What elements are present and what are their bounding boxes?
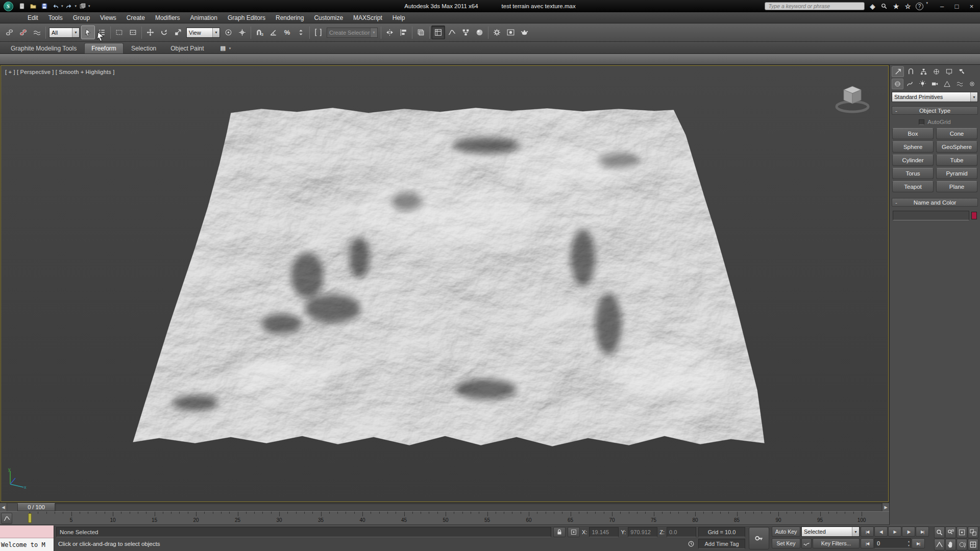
star-icon[interactable]: ☆ — [902, 1, 913, 11]
object-type-rollout[interactable]: - Object Type — [892, 106, 978, 115]
object-button-teapot[interactable]: Teapot — [892, 181, 934, 192]
macro-recorder-pane[interactable] — [0, 525, 54, 538]
frame-spinner[interactable]: ▲▼ — [908, 539, 910, 547]
space-warps-category[interactable] — [953, 79, 965, 89]
y-coord-field[interactable]: 970.912 — [628, 527, 657, 537]
zoom-all-icon[interactable] — [945, 527, 956, 538]
object-button-cylinder[interactable]: Cylinder — [892, 155, 934, 166]
object-button-geosphere[interactable]: GeoSphere — [936, 141, 977, 153]
undo-icon[interactable] — [50, 1, 61, 11]
named-selection-dropdown[interactable]: Create Selection Se▼ — [327, 28, 378, 38]
add-time-tag-field[interactable]: Add Time Tag — [698, 539, 745, 549]
select-object-icon[interactable] — [81, 26, 95, 39]
undo-dropdown-caret[interactable]: ▾ — [61, 4, 63, 8]
terrain-mesh[interactable] — [129, 105, 765, 449]
menu-views[interactable]: Views — [95, 12, 121, 23]
ribbon-tab-selection[interactable]: Selection — [125, 43, 163, 54]
align-icon[interactable] — [397, 26, 410, 39]
maximize-button[interactable]: □ — [949, 1, 964, 12]
object-button-sphere[interactable]: Sphere — [892, 141, 934, 153]
schematic-view-icon[interactable] — [459, 26, 473, 39]
view-cube[interactable] — [831, 78, 874, 121]
select-and-scale-icon[interactable] — [171, 26, 185, 39]
z-coord-field[interactable]: 0.0 — [667, 527, 696, 537]
spinner-snap-icon[interactable] — [294, 26, 308, 39]
key-filters-button[interactable]: Key Filters... — [813, 538, 860, 548]
open-mini-curve-editor-icon[interactable] — [1, 513, 12, 524]
helpers-category[interactable] — [941, 79, 953, 89]
help-icon[interactable]: ? — [914, 1, 924, 11]
object-button-plane[interactable]: Plane — [936, 181, 977, 192]
select-and-manipulate-icon[interactable] — [235, 26, 249, 39]
x-coord-field[interactable]: 19.145 — [589, 527, 619, 537]
menu-group[interactable]: Group — [68, 12, 95, 23]
favorites-icon[interactable]: ★ — [891, 1, 901, 11]
open-file-icon[interactable] — [28, 1, 38, 11]
menu-help[interactable]: Help — [387, 12, 410, 23]
pan-icon[interactable] — [945, 539, 956, 550]
menu-graph-editors[interactable]: Graph Editors — [223, 12, 271, 23]
object-button-box[interactable]: Box — [892, 128, 934, 139]
new-key-default-in-out-icon[interactable] — [801, 538, 812, 548]
ribbon-config-icon[interactable]: ▤ — [218, 43, 228, 54]
select-by-name-icon[interactable] — [95, 26, 109, 39]
systems-category[interactable] — [966, 79, 978, 89]
select-and-rotate-icon[interactable] — [157, 26, 171, 39]
set-keys-button[interactable] — [749, 527, 769, 549]
redo-dropdown-caret[interactable]: ▾ — [75, 4, 77, 8]
manage-scenes-icon[interactable] — [77, 1, 88, 11]
cameras-category[interactable] — [929, 79, 941, 89]
previous-key-button[interactable]: |◀ — [861, 538, 874, 548]
mirror-icon[interactable] — [383, 26, 397, 39]
zoom-extents-icon[interactable] — [957, 527, 967, 538]
rectangular-selection-region-icon[interactable] — [112, 26, 126, 39]
perspective-viewport[interactable]: [ + ] [ Perspective ] [ Smooth + Highlig… — [1, 65, 889, 502]
time-slider-prev-arrow[interactable]: ◀ — [0, 503, 7, 511]
viewport-label-menus[interactable]: [ + ] [ Perspective ] [ Smooth + Highlig… — [5, 69, 114, 75]
name-and-color-rollout[interactable]: - Name and Color — [892, 198, 978, 207]
select-and-link-icon[interactable] — [3, 26, 16, 39]
ribbon-tab-freeform[interactable]: Freeform — [84, 43, 124, 54]
absolute-offset-mode-icon[interactable] — [568, 527, 580, 537]
rendered-frame-window-icon[interactable] — [504, 26, 518, 39]
menu-edit[interactable]: Edit — [22, 12, 43, 23]
go-to-start-button[interactable]: |◀ — [861, 527, 874, 537]
new-scene-icon[interactable] — [16, 1, 27, 11]
unlink-selection-icon[interactable] — [16, 26, 30, 39]
help-dropdown-caret[interactable]: ▾ — [926, 1, 928, 11]
geometry-category[interactable] — [892, 79, 903, 89]
redo-icon[interactable] — [64, 1, 75, 11]
object-color-swatch[interactable] — [971, 212, 977, 219]
menu-tools[interactable]: Tools — [43, 12, 68, 23]
object-button-cone[interactable]: Cone — [936, 128, 977, 139]
render-setup-icon[interactable] — [490, 26, 504, 39]
menu-modifiers[interactable]: Modifiers — [150, 12, 185, 23]
ribbon-minimize-caret[interactable]: ▾ — [229, 46, 231, 51]
time-slider-next-arrow[interactable]: ▶ — [882, 503, 889, 511]
zoom-extents-all-icon[interactable] — [968, 527, 978, 538]
auto-key-button[interactable]: Auto Key — [772, 527, 800, 537]
minimize-button[interactable]: – — [935, 1, 949, 12]
create-tab[interactable] — [892, 66, 904, 77]
menu-rendering[interactable]: Rendering — [271, 12, 309, 23]
shapes-category[interactable] — [904, 79, 916, 89]
time-slider-track[interactable] — [55, 503, 882, 511]
menu-animation[interactable]: Animation — [185, 12, 223, 23]
render-production-icon[interactable] — [518, 26, 531, 39]
maxscript-mini-listener[interactable]: Welcome to M — [0, 525, 54, 551]
object-button-torus[interactable]: Torus — [892, 168, 934, 179]
timeline-ruler[interactable]: 5101520253035404550556065707580859095100 — [0, 511, 889, 525]
selection-filter-dropdown[interactable]: All▼ — [49, 28, 80, 38]
use-pivot-center-icon[interactable] — [222, 26, 235, 39]
time-slider-handle[interactable]: 0 / 100 — [17, 503, 55, 511]
zoom-region-icon[interactable] — [934, 539, 945, 550]
select-and-move-icon[interactable] — [143, 26, 157, 39]
modify-tab[interactable] — [904, 66, 917, 77]
motion-tab[interactable] — [930, 66, 942, 77]
ribbon-tab-object-paint[interactable]: Object Paint — [164, 43, 210, 54]
snap-toggle-3d-icon[interactable]: 3 — [253, 26, 266, 39]
current-frame-field[interactable] — [874, 538, 911, 548]
display-tab[interactable] — [943, 66, 955, 77]
go-to-end-button[interactable]: ▶| — [916, 527, 929, 537]
edit-named-selection-sets-icon[interactable] — [311, 26, 325, 39]
